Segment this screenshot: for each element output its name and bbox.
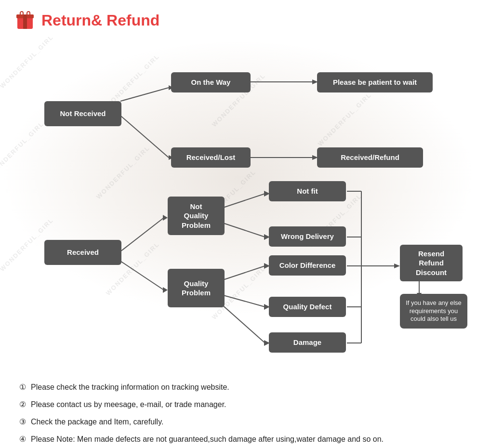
note-text-3: Check the package and Item, carefully. [31, 416, 163, 428]
node-quality-problem: Quality Problem [168, 269, 225, 307]
svg-line-17 [222, 194, 265, 208]
node-please-wait: Please be patient to wait [317, 72, 433, 92]
note-item-4: ④ Please Note: Men made defects are not … [19, 434, 458, 445]
note-circle-1: ① [19, 382, 26, 393]
node-not-fit: Not fit [269, 181, 346, 201]
svg-marker-34 [394, 264, 400, 268]
node-not-received: Not Received [44, 101, 121, 126]
node-received: Received [44, 240, 121, 265]
svg-line-25 [222, 304, 265, 343]
note-text-1: Please check the tracking information on… [31, 382, 229, 393]
svg-line-5 [120, 88, 169, 101]
svg-line-23 [222, 295, 265, 307]
node-quality-defect: Quality Defect [269, 297, 346, 317]
header: Return& Refund [14, 10, 463, 31]
node-received-refund: Received/Refund [317, 147, 423, 168]
svg-marker-16 [163, 287, 168, 293]
node-color-difference: Color Difference [269, 255, 346, 276]
node-on-the-way: On the Way [171, 72, 251, 92]
arrows-svg [14, 44, 467, 372]
svg-line-21 [222, 266, 265, 280]
note-text-4: Please Note: Men made defects are not gu… [31, 434, 384, 445]
svg-line-19 [222, 223, 265, 237]
note-circle-2: ② [19, 399, 26, 410]
notes-section: ① Please check the tracking information … [14, 382, 463, 445]
extra-arrows [14, 44, 467, 372]
note-circle-3: ③ [19, 416, 26, 428]
package-icon [14, 10, 36, 31]
svg-marker-14 [163, 215, 168, 221]
node-damage: Damage [269, 332, 346, 353]
note-text-2: Please contact us by meesage, e-mail, or… [31, 399, 226, 410]
svg-line-15 [120, 261, 164, 290]
node-not-quality-problem: Not Quality Problem [168, 197, 225, 235]
svg-rect-2 [23, 14, 27, 29]
svg-line-13 [120, 218, 164, 251]
page-title: Return& Refund [41, 12, 159, 29]
note-circle-4: ④ [19, 434, 26, 445]
note-item-3: ③ Check the package and Item, carefully. [19, 416, 458, 428]
node-resend-refund: Resend Refund Discount [400, 245, 463, 281]
flowchart: Not Received On the Way Please be patien… [14, 44, 467, 372]
node-else-requirements: If you have any else requirements you co… [400, 294, 467, 329]
note-item-2: ② Please contact us by meesage, e-mail, … [19, 399, 458, 410]
note-item-1: ① Please check the tracking information … [19, 382, 458, 393]
node-wrong-delivery: Wrong Delivery [269, 226, 346, 247]
svg-line-7 [120, 116, 169, 158]
node-received-lost: Received/Lost [171, 147, 251, 168]
